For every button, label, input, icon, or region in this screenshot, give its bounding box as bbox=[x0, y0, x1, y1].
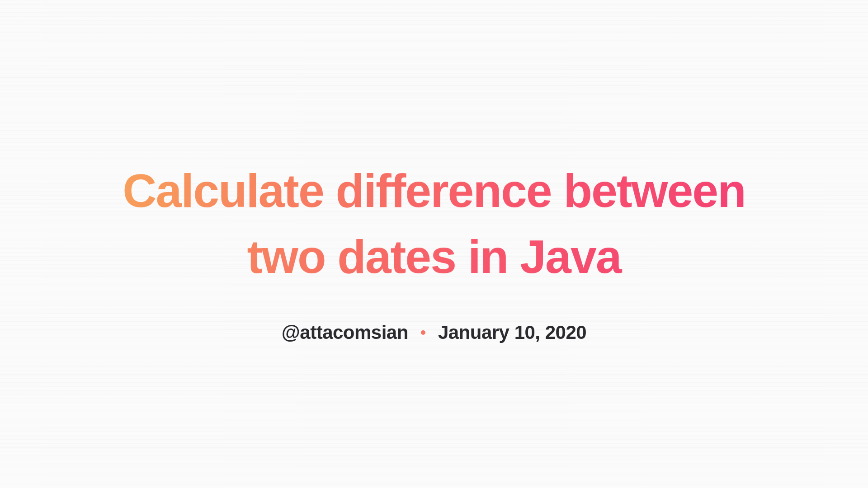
author-handle: @attacomsian bbox=[282, 322, 408, 343]
page-title: Calculate difference between two dates i… bbox=[118, 158, 750, 290]
publish-date: January 10, 2020 bbox=[438, 322, 586, 343]
content-container: Calculate difference between two dates i… bbox=[118, 145, 750, 343]
meta-row: @attacomsian January 10, 2020 bbox=[282, 322, 586, 343]
dot-separator-icon bbox=[421, 330, 425, 335]
